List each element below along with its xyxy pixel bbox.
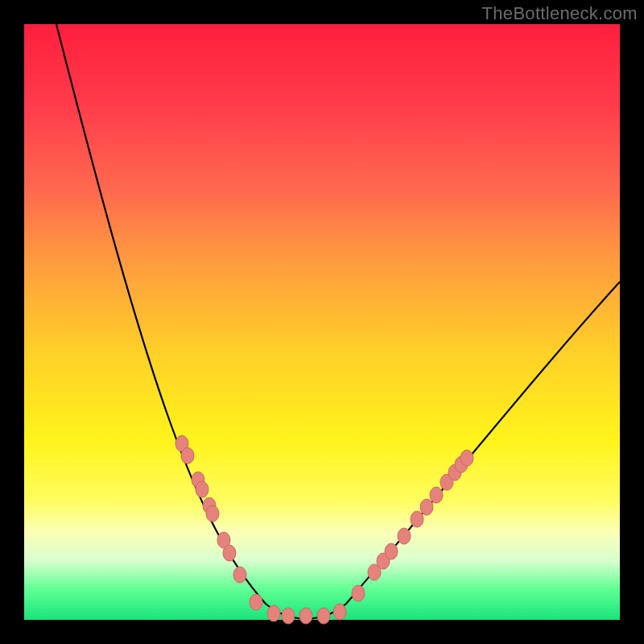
data-marker bbox=[460, 450, 473, 466]
plot-area bbox=[24, 24, 620, 620]
data-marker bbox=[420, 499, 433, 515]
data-marker bbox=[267, 605, 280, 621]
watermark-text: TheBottleneck.com bbox=[482, 3, 638, 24]
data-marker bbox=[181, 448, 194, 464]
data-marker bbox=[333, 604, 346, 620]
data-marker bbox=[233, 567, 246, 583]
data-marker bbox=[317, 608, 330, 624]
data-marker bbox=[411, 511, 423, 527]
data-marker bbox=[398, 528, 411, 544]
data-marker bbox=[430, 487, 443, 503]
data-marker bbox=[250, 594, 262, 610]
curve-markers bbox=[175, 436, 473, 624]
data-marker bbox=[282, 608, 295, 624]
chart-frame: TheBottleneck.com bbox=[0, 0, 644, 644]
data-marker bbox=[299, 608, 312, 624]
curve-svg bbox=[24, 24, 620, 620]
data-marker bbox=[352, 585, 365, 601]
data-marker bbox=[196, 481, 208, 497]
bottleneck-curve bbox=[56, 24, 620, 619]
data-marker bbox=[206, 506, 219, 522]
data-marker bbox=[385, 543, 398, 559]
data-marker bbox=[223, 545, 236, 561]
